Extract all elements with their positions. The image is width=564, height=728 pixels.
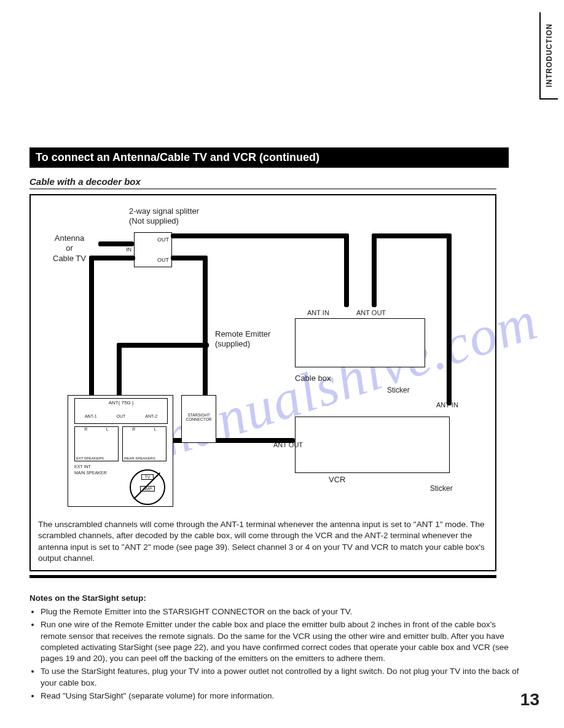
page-content: To connect an Antenna/Cable TV and VCR (… — [29, 147, 533, 703]
wiring-diagram: manualshive.com 2-way signal splitter (N… — [29, 194, 496, 571]
vcr-device — [295, 417, 450, 473]
section-title: To connect an Antenna/Cable TV and VCR (… — [29, 147, 509, 168]
cable-segment — [89, 256, 135, 260]
diagram-body-text: The unscrambled channels will come throu… — [38, 519, 487, 564]
label-ant-out-cb: ANT OUT — [356, 309, 386, 318]
ext-spk-label: EXT.SPEAKERS — [76, 456, 104, 460]
tv-back-panel: ANT( 75Ω ) ANT-1 OUT ANT-2 R L EXT.SPEAK… — [68, 395, 173, 507]
cable-segment — [98, 241, 134, 246]
label-splitter: 2-way signal splitter (Not supplied) — [129, 206, 199, 227]
notes-list: Plug the Remote Emitter into the STARSIG… — [29, 606, 521, 702]
label-out-bot: OUT — [157, 257, 169, 263]
divider — [29, 575, 496, 578]
ext-int-label: EXT INT — [74, 464, 91, 469]
tv-out: OUT — [117, 414, 126, 418]
tv-ant-block: ANT( 75Ω ) ANT-1 OUT ANT-2 — [74, 398, 168, 424]
label-vcr: VCR — [329, 475, 345, 485]
cable-segment — [372, 233, 452, 238]
notes-title: Notes on the StarSight setup: — [29, 593, 521, 604]
cable-segment — [171, 233, 349, 238]
cable-segment — [372, 233, 377, 307]
notes-section: Notes on the StarSight setup: Plug the R… — [29, 593, 521, 702]
rear-spk-label: REAR SPEAKERS — [124, 456, 155, 460]
section-subtitle: Cable with a decoder box — [29, 176, 496, 189]
note-item: To use the StarSight features, plug your… — [41, 666, 521, 688]
cable-segment — [344, 233, 349, 307]
note-item: Plug the Remote Emitter into the STARSIG… — [41, 606, 521, 617]
cable-segment — [89, 256, 94, 397]
cable-segment — [171, 256, 208, 260]
main-spk-label: MAIN SPEAKER — [74, 471, 107, 475]
cable-segment — [117, 343, 209, 348]
tv-rear-speakers: R L REAR SPEAKERS — [122, 426, 166, 461]
label-ant-in-cb: ANT IN — [307, 309, 329, 318]
cable-segment — [203, 256, 208, 397]
spk-r2: R — [132, 427, 135, 431]
cable-box-device — [295, 318, 425, 367]
tv-ant1: ANT-1 — [85, 414, 97, 418]
prohibit-icon: TV AMP — [130, 469, 165, 505]
label-cable-box: Cable box — [295, 374, 331, 383]
cable-segment — [117, 343, 122, 398]
note-item: Run one wire of the Remote Emitter under… — [41, 619, 521, 664]
spk-l2: L — [154, 427, 157, 431]
spk-r: R — [84, 427, 87, 431]
spk-l: L — [106, 427, 109, 431]
note-item: Read "Using StarSight" (separate volume)… — [41, 691, 521, 702]
label-ant-in-vcr: ANT IN — [436, 401, 458, 410]
splitter-box: IN OUT OUT — [134, 232, 172, 267]
side-tab-label: INTRODUCTION — [545, 23, 554, 87]
side-tab: INTRODUCTION — [539, 12, 558, 100]
label-sticker-vcr: Sticker — [430, 484, 453, 493]
label-in: IN — [126, 246, 131, 252]
label-remote-emitter: Remote Emitter (supplied) — [215, 329, 270, 350]
label-out-top: OUT — [157, 237, 169, 243]
label-source: Antenna or Cable TV — [53, 233, 86, 264]
tv-ant-header: ANT( 75Ω ) — [75, 400, 167, 405]
starsight-connector: STARSIGHT CONNECTOR — [181, 395, 216, 443]
cable-segment — [447, 233, 452, 405]
label-sticker-cb: Sticker — [387, 386, 410, 395]
tv-ant2: ANT-2 — [145, 414, 157, 418]
page-number: 13 — [520, 690, 539, 710]
tv-ext-speakers: R L EXT.SPEAKERS — [74, 426, 119, 461]
